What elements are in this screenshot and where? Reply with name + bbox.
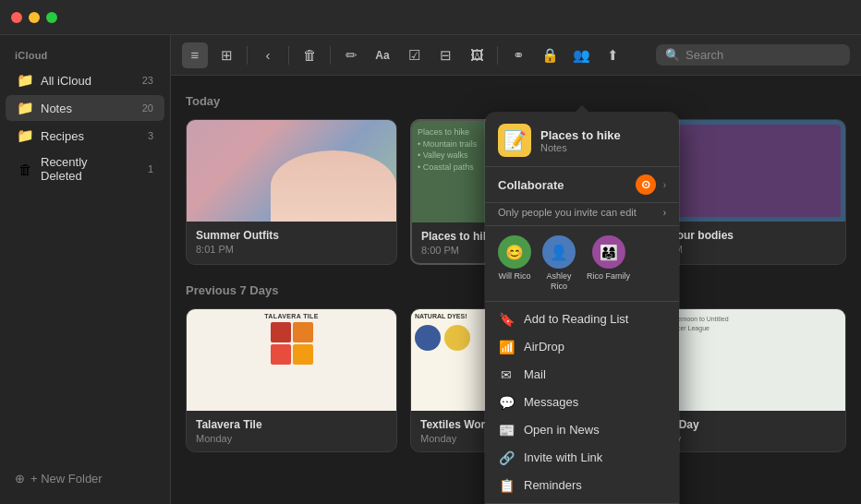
menu-item-airdrop[interactable]: 📶 AirDrop <box>485 333 679 361</box>
popover-note-icon: 📝 <box>498 124 531 157</box>
sidebar-item-label: Notes <box>41 102 129 115</box>
collaborate-label: Collaborate <box>498 178 628 192</box>
sidebar-item-recently-deleted[interactable]: 🗑 Recently Deleted 1 <box>6 150 164 187</box>
menu-item-label: Mail <box>524 367 546 381</box>
back-button[interactable]: ‹ <box>255 42 281 68</box>
avatar-icon: 👤 <box>550 244 568 261</box>
trash-icon: 🗑 <box>17 162 33 177</box>
avatar-will-rico[interactable]: 😊 Will Rico <box>498 235 531 292</box>
messages-icon: 💬 <box>498 394 515 411</box>
lock-button[interactable]: 🔒 <box>537 42 563 68</box>
folder-icon: 📁 <box>17 100 33 116</box>
checklist-button[interactable]: ☑ <box>401 42 427 68</box>
popover-arrow <box>575 105 589 113</box>
notes-content: Today Summer Outfits 8:01 PM <box>171 76 861 504</box>
menu-separator <box>485 503 679 504</box>
airdrop-icon: 📶 <box>498 339 515 355</box>
permission-row[interactable]: Only people you invite can edit › <box>485 203 679 226</box>
note-card-summer-outfits[interactable]: Summer Outfits 8:01 PM <box>186 119 397 265</box>
table-button[interactable]: ⊟ <box>432 42 458 68</box>
folder-icon: 📁 <box>17 72 33 89</box>
sidebar-item-label: All iCloud <box>41 74 129 88</box>
toolbar-separator <box>247 46 248 65</box>
avatar-circle: 👨‍👩‍👧 <box>592 235 625 269</box>
maximize-button[interactable] <box>46 12 57 23</box>
note-thumb-summer <box>187 120 396 222</box>
new-folder-icon: ⊕ <box>15 472 25 486</box>
thumb-talavera-image: TALAVERA TILE <box>187 309 396 411</box>
new-folder-button[interactable]: ⊕ + New Folder <box>0 464 170 493</box>
menu-item-label: Messages <box>524 395 578 409</box>
sidebar-item-label: Recipes <box>41 129 129 143</box>
avatar-label: Rico Family <box>587 271 630 282</box>
folder-icon: 📁 <box>17 127 33 144</box>
sidebar-item-badge: 1 <box>137 163 153 174</box>
search-input[interactable] <box>685 48 824 62</box>
news-icon: 📰 <box>498 422 515 438</box>
menu-item-invite-with-link[interactable]: 🔗 Invite with Link <box>485 444 679 472</box>
note-card-info: Talavera Tile Monday <box>187 411 396 451</box>
list-view-button[interactable]: ≡ <box>182 42 208 68</box>
talavera-tile-2 <box>293 322 313 342</box>
share-button[interactable]: ⬆ <box>600 42 625 68</box>
sidebar-item-all-icloud[interactable]: 📁 All iCloud 23 <box>6 67 164 93</box>
menu-item-messages[interactable]: 💬 Messages <box>485 389 679 416</box>
menu-item-label: Open in News <box>524 423 600 437</box>
traffic-lights <box>11 12 57 23</box>
close-button[interactable] <box>11 12 22 23</box>
grid-view-button[interactable]: ⊞ <box>213 42 239 68</box>
avatar-circle: 👤 <box>542 235 576 269</box>
talavera-tile-1 <box>271 322 291 342</box>
popover-header-subtitle: Notes <box>540 142 666 153</box>
permission-chevron-icon: › <box>663 208 666 218</box>
reading-list-icon: 🔖 <box>498 311 515 328</box>
titlebar <box>0 0 861 35</box>
sidebar-item-recipes[interactable]: 📁 Recipes 3 <box>6 123 164 149</box>
media-button[interactable]: 🖼 <box>464 42 490 68</box>
sidebar-item-notes[interactable]: 📁 Notes 20 <box>6 95 164 121</box>
new-folder-label: + New Folder <box>30 472 103 486</box>
collab-button[interactable]: 👥 <box>568 42 594 68</box>
note-card-title: Talavera Tile <box>196 418 387 431</box>
sidebar-item-badge: 3 <box>137 130 153 141</box>
avatar-label: AshleyRico <box>546 271 571 292</box>
thumb-talavera-title: TALAVERA TILE <box>264 313 318 319</box>
menu-item-reminders[interactable]: 📋 Reminders <box>485 472 679 499</box>
menu-item-label: AirDrop <box>524 340 564 354</box>
minimize-button[interactable] <box>29 12 40 23</box>
popover-header: 📝 Places to hike Notes <box>485 113 679 167</box>
format-button[interactable]: Aa <box>370 42 395 68</box>
trash-button[interactable]: 🗑 <box>297 42 322 68</box>
note-card-talavera-tile[interactable]: TALAVERA TILE Talavera Tile Monday <box>186 308 397 452</box>
collaborate-badge: ⊙ <box>636 174 656 195</box>
toolbar-separator <box>497 46 498 65</box>
search-container: 🔍 <box>656 44 850 66</box>
avatar-rico-family[interactable]: 👨‍👩‍👧 Rico Family <box>587 235 630 292</box>
avatar-label: Will Rico <box>499 271 531 282</box>
avatar-circle: 😊 <box>498 235 531 269</box>
dye-circle-yellow <box>444 325 470 351</box>
avatars-row: 😊 Will Rico 👤 AshleyRico 👨‍👩‍👧 <box>485 226 679 302</box>
reminders-icon: 📋 <box>498 477 515 494</box>
collaborate-row[interactable]: Collaborate ⊙ › <box>485 167 679 203</box>
avatar-icon: 😊 <box>505 244 524 261</box>
menu-item-add-reading-list[interactable]: 🔖 Add to Reading List <box>485 306 679 333</box>
permission-text: Only people you invite can edit <box>498 207 637 218</box>
avatar-ashley-rico[interactable]: 👤 AshleyRico <box>542 235 576 292</box>
menu-item-label: Add to Reading List <box>524 312 628 326</box>
share-popover: 📝 Places to hike Notes Collaborate ⊙ › O… <box>485 113 679 504</box>
menu-items: 🔖 Add to Reading List 📶 AirDrop ✉ Mail 💬… <box>485 302 679 504</box>
dye-circle-blue <box>415 325 441 351</box>
sidebar-item-label: Recently Deleted <box>41 155 129 183</box>
note-thumb-talavera: TALAVERA TILE <box>187 309 396 411</box>
avatar-icon: 👨‍👩‍👧 <box>600 244 618 261</box>
menu-item-open-in-news[interactable]: 📰 Open in News <box>485 416 679 444</box>
sidebar-item-badge: 20 <box>137 102 153 114</box>
link-button[interactable]: ⚭ <box>505 42 531 68</box>
search-icon: 🔍 <box>665 48 680 62</box>
compose-button[interactable]: ✏ <box>338 42 364 68</box>
toolbar-separator <box>330 46 331 65</box>
sidebar-item-badge: 23 <box>137 75 153 86</box>
collaborate-chevron-icon: › <box>663 180 666 190</box>
menu-item-mail[interactable]: ✉ Mail <box>485 361 679 389</box>
